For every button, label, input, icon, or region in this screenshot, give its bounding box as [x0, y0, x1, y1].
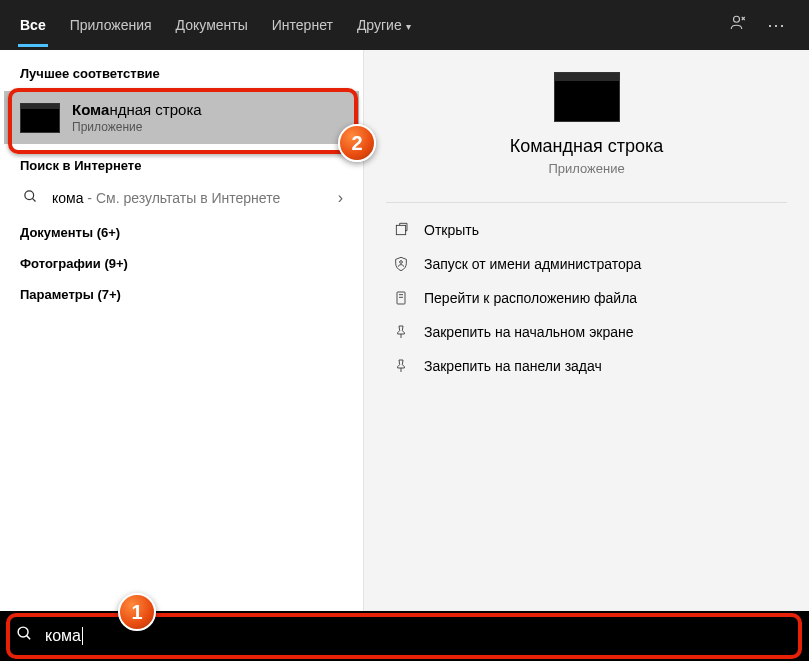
search-icon [20, 189, 40, 207]
preview-pane: Командная строка Приложение Открыть Запу… [363, 50, 809, 611]
folder-icon [392, 290, 410, 306]
annotation-badge-2: 2 [338, 124, 376, 162]
chevron-right-icon: › [338, 189, 343, 207]
best-match-subtitle: Приложение [72, 120, 202, 134]
results-pane: Лучшее соответствие Командная строка При… [0, 50, 363, 611]
search-input[interactable]: кома [45, 627, 793, 646]
web-search-result[interactable]: кома - См. результаты в Интернете › [0, 179, 363, 217]
pin-taskbar-icon [392, 358, 410, 374]
best-match-title: Командная строка [72, 101, 202, 118]
section-best-match: Лучшее соответствие [0, 58, 363, 87]
svg-rect-3 [396, 225, 405, 234]
header-bar: Все Приложения Документы Интернет Другие… [0, 0, 809, 50]
chevron-down-icon: ▾ [406, 21, 411, 32]
pin-start-icon [392, 324, 410, 340]
tab-all[interactable]: Все [8, 3, 58, 47]
search-icon [16, 625, 33, 647]
tab-documents[interactable]: Документы [164, 3, 260, 47]
action-run-admin[interactable]: Запуск от имени администратора [364, 247, 809, 281]
preview-title: Командная строка [364, 136, 809, 157]
admin-icon [392, 256, 410, 272]
preview-app-icon [554, 72, 620, 122]
tab-apps[interactable]: Приложения [58, 3, 164, 47]
category-settings[interactable]: Параметры (7+) [0, 279, 363, 310]
tab-internet[interactable]: Интернет [260, 3, 345, 47]
svg-rect-5 [397, 292, 405, 304]
open-icon [392, 222, 410, 238]
more-icon[interactable]: ⋯ [767, 14, 785, 36]
text-cursor [82, 627, 83, 645]
section-web: Поиск в Интернете [0, 150, 363, 179]
svg-point-10 [18, 627, 28, 637]
preview-subtitle: Приложение [364, 161, 809, 176]
svg-point-1 [24, 191, 33, 200]
action-pin-start[interactable]: Закрепить на начальном экране [364, 315, 809, 349]
best-match-result[interactable]: Командная строка Приложение [4, 91, 359, 144]
action-open-location[interactable]: Перейти к расположению файла [364, 281, 809, 315]
tab-strip: Все Приложения Документы Интернет Другие… [8, 3, 729, 47]
annotation-badge-1: 1 [118, 593, 156, 631]
svg-line-2 [32, 198, 35, 201]
divider [386, 202, 787, 203]
header-actions: ⋯ [729, 14, 801, 37]
svg-point-0 [734, 16, 740, 22]
category-documents[interactable]: Документы (6+) [0, 217, 363, 248]
action-pin-taskbar[interactable]: Закрепить на панели задач [364, 349, 809, 383]
feedback-icon[interactable] [729, 14, 747, 37]
category-photos[interactable]: Фотографии (9+) [0, 248, 363, 279]
svg-point-4 [400, 261, 403, 264]
svg-line-11 [27, 636, 31, 640]
tab-more[interactable]: Другие▾ [345, 3, 423, 47]
cmd-icon [20, 103, 60, 133]
action-open[interactable]: Открыть [364, 213, 809, 247]
web-result-text: кома - См. результаты в Интернете [52, 190, 338, 206]
